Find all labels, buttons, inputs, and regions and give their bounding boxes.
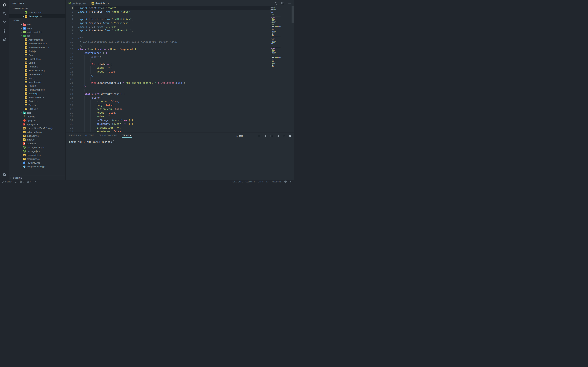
tree-item-license[interactable]: LICENSE [9,142,65,145]
panel-tab-debug-console[interactable]: DEBUG CONSOLE [99,134,117,138]
open-editor-item[interactable]: ×JSSearch.jssrc [9,14,65,18]
split-editor-icon[interactable] [281,1,284,5]
tree-item-utilities-js[interactable]: JSUtilities.js [9,107,65,111]
tree-item-actionmenuitem-js[interactable]: JSActionMenuItem.js [9,42,65,45]
code-line[interactable]: 15 [66,58,270,62]
tree-item-switch-js[interactable]: JSSwitch.js [9,99,65,103]
tree-item-intro-js[interactable]: JSIntro.js [9,76,65,80]
tree-item-webpack-config-js[interactable]: webpack.config.js [9,165,65,168]
code-line[interactable]: 19}; [66,74,270,77]
open-editor-item[interactable]: JSpackage.json [9,10,65,14]
status-label-spaces-4[interactable]: Spaces: 4 [245,181,255,183]
code-line[interactable]: 27body: false, [66,103,270,107]
code-line[interactable]: 31onChange: (event) => { }, [66,118,270,122]
code-line[interactable]: 34autoFocus: false, [66,130,270,132]
panel-tab-problems[interactable]: PROBLEMS [69,134,81,138]
status-lightning-icon[interactable] [34,180,36,183]
minimap[interactable] [270,7,283,132]
project-header[interactable]: ▾ UISUM [9,18,65,22]
close-icon[interactable]: × [22,15,25,17]
code-line[interactable]: 32onSubmit: (event) => { }, [66,122,270,126]
code-line[interactable]: 33placeholder: "", [66,126,270,130]
tree-item-caret-js[interactable]: JSCaret.js [9,53,65,57]
panel-tab-terminal[interactable]: TERMINAL [122,134,132,138]
tree-item-package-json[interactable]: JSpackage.json [9,149,65,153]
code-line[interactable]: 17value: "", [66,66,270,70]
code-line[interactable]: 28actionMenu: false, [66,107,270,111]
tree-item-headertitle-js[interactable]: JSHeaderTitle.js [9,72,65,76]
tree-item-index-dev-js[interactable]: JSindex.dev.js [9,134,65,138]
code-line[interactable]: 25return { [66,96,270,100]
tree-item-node-modules[interactable]: ▸node_modules [9,30,65,34]
tree-item-actionmenu-js[interactable]: JSActionMenu.js [9,38,65,42]
activity-source-control-icon[interactable] [0,18,9,26]
tree-item-tabs-js[interactable]: JSTabs.js [9,103,65,107]
tree-item-convertscssvarstojson-js[interactable]: JSconvertScssVarsToJson.js [9,126,65,130]
code-content[interactable]: 1import React from "react";2import PropT… [66,6,270,132]
status-label-ln-1-col-1[interactable]: Ln 1, Col 1 [233,181,243,183]
tab-search-js[interactable]: JSSearch.js× [89,0,112,6]
status-label-lf[interactable]: LF [266,181,269,183]
tree-item-readme-md[interactable]: iREADME.md [9,161,65,165]
code-line[interactable]: 26sidebar: false, [66,100,270,103]
tree-item--gitignore[interactable]: .gitignore [9,118,65,122]
status-sync-icon[interactable] [15,181,17,183]
code-line[interactable]: 3 [66,14,270,17]
more-actions-icon[interactable] [288,1,291,5]
code-line[interactable]: 9/** [66,36,270,40]
code-line[interactable]: 21this.SearchControlId = "ui-search-cont… [66,81,270,85]
activity-files-icon[interactable] [0,0,9,9]
tree-item-search-js[interactable]: JSSearch.js [9,92,65,95]
tree-item--babelrc[interactable]: B.babelrc [9,115,65,118]
editor-scrollbar[interactable] [292,6,294,23]
activity-gear-icon[interactable] [0,170,9,179]
code-line[interactable]: 11 */ [66,44,270,47]
tree-item-index-js[interactable]: JSindex.js [9,138,65,142]
status-branch-icon[interactable]: master [2,181,12,183]
status-label-javascript[interactable]: JavaScript [272,181,281,183]
code-line[interactable]: 13constructor() { [66,51,270,55]
tree-item-pagewrapper-js[interactable]: JSPageWrapper.js [9,88,65,92]
tree-item-body-js[interactable]: JSBody.js [9,49,65,53]
kill-terminal-icon[interactable] [276,134,279,138]
tree-item-headeractions-js[interactable]: JSHeaderActions.js [9,68,65,72]
tab-package-json[interactable]: JSpackage.json [66,0,89,6]
panel-tab-output[interactable]: OUTPUT [85,134,94,138]
code-line[interactable]: 29reset: false, [66,111,270,115]
status-bell-icon[interactable] [290,181,292,183]
status-feedback-smiley-icon[interactable] [284,180,287,183]
maximize-panel-icon[interactable] [282,134,285,138]
code-line[interactable]: 16this.state = { [66,62,270,66]
code-line[interactable]: 22} [66,85,270,88]
status-label-utf-8[interactable]: UTF-8 [258,181,264,183]
terminal[interactable]: Larss-MBP:uisum larskliesing$ [66,139,294,143]
code-line[interactable]: 4import Utilities from "./Utilities"; [66,17,270,21]
tree-item-docs[interactable]: ▸≡docs [9,26,65,30]
code-line[interactable]: 20 [66,77,270,81]
status-warnings-icon[interactable]: !0 [27,181,31,183]
tree-item-menuitem-js[interactable]: JSMenuItem.js [9,80,65,84]
activity-search-icon[interactable] [0,9,9,18]
tree-item-package-lock-json[interactable]: JSpackage-lock.json [9,145,65,149]
tree-item-followupdoc-js[interactable]: JSfollowUpDoc.js [9,130,65,134]
tree-item-prepublish-js[interactable]: JSprepublish.js [9,157,65,161]
code-line[interactable]: 8 [66,33,270,36]
code-line[interactable]: 6import Grid from "./Grid"; [66,25,270,29]
status-errors-icon[interactable]: ×0 [20,181,24,183]
tree-item-fluentbtn-js[interactable]: JSFluentBtn.js [9,57,65,61]
close-icon[interactable]: × [107,2,109,5]
code-line[interactable]: 7import FluentBtn from "./FluentBtn"; [66,29,270,32]
code-line[interactable]: 1import React from "react"; [66,6,270,10]
code-line[interactable]: 30value: "", [66,115,270,118]
code-line[interactable]: 14super(); [66,55,270,58]
tree-item-test[interactable]: ▸▮test [9,111,65,115]
tree-item-actionmenuswitch-js[interactable]: JSActionMenuSwitch.js [9,45,65,49]
tree-item-sidebarmenu-js[interactable]: JSSidebarMenu.js [9,95,65,99]
tree-item-page-js[interactable]: JSPage.js [9,84,65,88]
tree-item--npmignore[interactable]: n.npmignore [9,122,65,126]
outline-header[interactable]: ▸ OUTLINE [9,176,65,180]
new-terminal-icon[interactable] [264,134,267,138]
code-line[interactable]: 2import PropTypes from "prop-types"; [66,10,270,14]
open-editors-header[interactable]: ▾ OPEN EDITORS [9,6,65,10]
tree-item-grid-js[interactable]: JSGrid.js [9,61,65,65]
